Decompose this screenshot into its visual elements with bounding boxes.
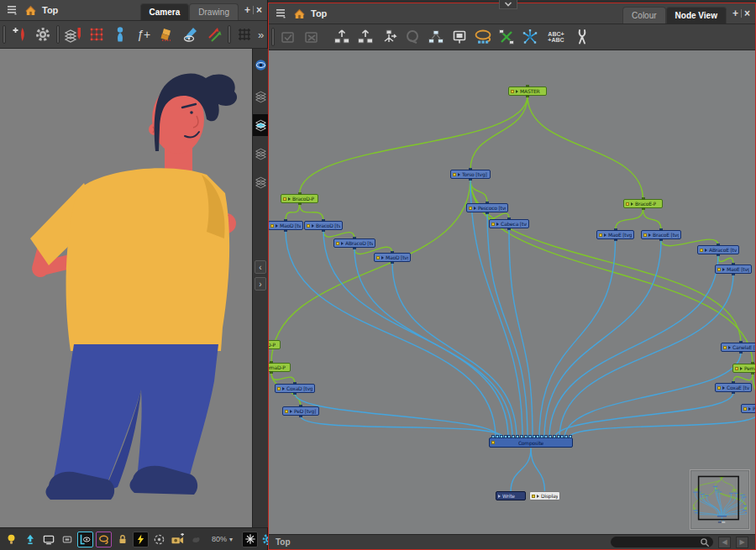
panel-menu-icon[interactable] [274,7,287,20]
camera-snapshot-icon[interactable] [170,532,186,547]
node-cabeca[interactable]: Cabeca [tvg] [489,219,529,228]
snowflake-render-icon[interactable] [242,532,258,547]
node-ped[interactable]: PeD [tvg] [282,406,319,416]
composite-in-port[interactable] [516,435,519,438]
eye-pen-icon[interactable] [181,24,201,45]
composite-in-port[interactable] [491,435,495,438]
composite-in-port[interactable] [507,435,511,438]
group-nodes-icon[interactable] [426,27,446,47]
minimap[interactable] [690,469,750,530]
camera-mask-icon[interactable] [77,532,93,547]
node-pernad_p[interactable]: PernaD-P [269,363,291,372]
layer-stack-icon[interactable] [253,171,269,193]
camera-view[interactable] [0,49,252,527]
zoom-caret-icon[interactable]: ▾ [229,536,233,543]
node-bracod_p[interactable]: BracoD-P [281,194,318,203]
node-bracoe[interactable]: BracoE [tvg] [641,230,681,239]
auto-render-flash-icon[interactable] [133,532,149,547]
collapse-toolbar-button[interactable] [499,0,517,9]
lock-icon[interactable] [114,532,130,547]
light-bulb-icon[interactable] [3,532,19,547]
drawing-substitution-icon[interactable] [157,24,177,45]
no-entry-icon[interactable] [402,27,423,47]
composite-in-port[interactable] [549,435,552,438]
rename-node-icon[interactable]: ABC+ +ABC [543,27,569,47]
matte-blob-icon[interactable] [188,532,204,547]
collapse-left-icon[interactable]: ‹ [255,260,266,274]
close-view-button[interactable]: × [256,6,262,14]
raise-layer-icon[interactable] [22,532,38,547]
display-node-icon[interactable] [449,27,470,47]
checkbox-icon[interactable] [278,27,298,47]
lasso-select-icon[interactable] [96,532,112,547]
node-maod[interactable]: MaoD [tvg] [269,221,303,230]
layers-pen-icon[interactable] [63,24,83,45]
node-maod2[interactable]: MaoD [tvg] [374,253,411,262]
node-display[interactable]: Display [529,491,560,500]
composite-in-port[interactable] [564,435,568,438]
opengl-view-icon[interactable] [59,532,75,547]
node-pescoco[interactable]: Pescoco [tvg] [466,203,508,212]
cable-pliers-icon[interactable] [572,27,592,47]
node-bracod[interactable]: BracoD [tvg] [304,221,343,230]
render-view-icon[interactable] [40,532,56,547]
node-abracod[interactable]: ABracoD [tvg] [333,238,375,248]
node-pee[interactable]: PeE [tvg] [741,404,755,413]
tab-colour[interactable]: Colour [622,7,665,24]
crossbox-icon[interactable] [302,27,322,47]
composite-in-port[interactable] [496,435,499,438]
composite-in-port[interactable] [504,435,507,438]
node-graph[interactable]: MASTERTorso [tvg]BracoD-PBracoE-PPescoco… [269,50,755,534]
node-coxad_p[interactable]: CoxaD-P [269,340,281,349]
node-abracoe[interactable]: ABracoE [tvg] [697,245,739,254]
node-master[interactable]: MASTER [508,86,547,96]
node-torso[interactable]: Torso [tvg] [450,170,491,179]
camera-eye-icon[interactable] [253,54,269,76]
search-prev-button[interactable]: ◀ [718,537,731,548]
composite-in-port[interactable] [528,435,532,438]
composite-in-port[interactable] [536,435,539,438]
toolbar-handle[interactable] [228,25,231,44]
grid-points-icon[interactable] [87,24,107,45]
composite-in-port[interactable] [553,435,556,438]
node-coxae[interactable]: CoxaE [tvg] [715,383,752,392]
node-canelae[interactable]: CanelaE [tvg] [721,343,755,352]
node-composite[interactable]: Composite [489,437,573,448]
node-pernae_p[interactable]: PernaE-P [732,364,755,373]
node-maoe[interactable]: MaoE [tvg] [596,230,634,239]
composite-in-port[interactable] [557,435,560,438]
character-rig-icon[interactable] [110,24,130,45]
move-node-down-icon[interactable] [355,27,375,47]
composite-in-port[interactable] [569,435,572,438]
grid-icon[interactable] [234,24,255,45]
transform-arrows-icon[interactable] [204,24,224,45]
move-node-up-icon[interactable] [332,27,352,47]
composite-in-port[interactable] [544,435,548,438]
toolbar-handle[interactable] [3,25,6,44]
node-search[interactable] [611,537,713,547]
tab-camera[interactable]: Camera [140,3,190,20]
toolbar-handle[interactable] [56,25,60,44]
waypoint-antenna-icon[interactable] [520,27,540,47]
toolbar-handle[interactable] [271,28,275,46]
function-icon[interactable]: ƒ+ [134,24,154,45]
composite-in-port[interactable] [512,435,515,438]
layer-stack-active-icon[interactable] [253,114,269,136]
composite-in-port[interactable] [500,435,503,438]
panel-menu-icon[interactable] [5,3,18,17]
add-view-button[interactable]: + [732,9,738,18]
node-bracoe_p[interactable]: BracoE-P [623,199,663,208]
unlink-node-icon[interactable] [379,27,399,47]
tab-node-view[interactable]: Node View [666,7,727,24]
settings-gear-icon[interactable] [33,24,53,45]
add-drawing-icon[interactable] [9,24,29,45]
node-write[interactable]: Write [496,491,526,500]
backdrop-lasso-icon[interactable] [473,27,493,47]
close-view-button[interactable]: × [744,9,750,18]
add-view-button[interactable]: + [244,6,250,14]
tab-drawing[interactable]: Drawing [189,3,239,20]
onion-skin-icon[interactable] [151,532,167,547]
layer-stack-icon[interactable] [253,86,269,107]
node-coxad[interactable]: CoxaD [tvg] [275,384,315,393]
valid-nodes-icon[interactable] [496,27,517,47]
